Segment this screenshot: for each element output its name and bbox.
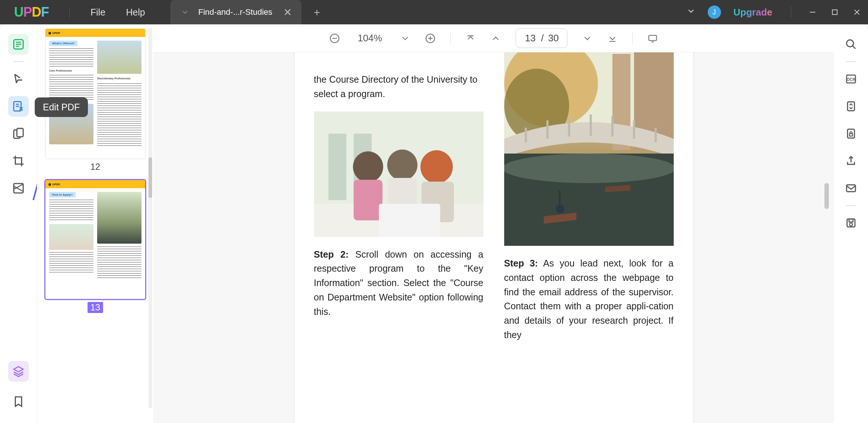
total-pages: 30 — [548, 32, 559, 44]
thumbnail-panel: ▣ UPDF What's Offered? Core Proficiencie… — [37, 24, 153, 423]
svg-point-29 — [847, 40, 854, 47]
tabs-overflow-icon[interactable] — [679, 6, 703, 18]
last-page-button[interactable] — [607, 33, 618, 44]
document-scrollbar[interactable] — [824, 58, 829, 412]
zoom-dropdown-icon[interactable] — [400, 33, 410, 44]
thumb-brand: ▣ UPDF — [48, 183, 60, 186]
divider — [846, 205, 856, 206]
svg-rect-37 — [849, 219, 853, 222]
page-thumbnail-13[interactable]: ▣ UPDF How to Apply? — [45, 180, 145, 299]
search-tool[interactable] — [841, 34, 861, 55]
window-close-button[interactable] — [846, 0, 868, 24]
doc-image-bridge — [504, 52, 674, 246]
svg-rect-34 — [850, 134, 852, 136]
save-tool[interactable] — [841, 213, 861, 233]
bookmark-tool[interactable] — [8, 391, 29, 412]
first-page-button[interactable] — [465, 33, 476, 44]
crop-tool[interactable] — [8, 151, 29, 171]
main-panel: 104% 13 / 30 the Course Directory of the… — [153, 24, 834, 423]
svg-rect-19 — [379, 204, 440, 237]
separator — [632, 32, 633, 45]
svg-rect-8 — [649, 35, 656, 40]
window-minimize-button[interactable] — [802, 0, 824, 24]
document-scroll-thumb[interactable] — [824, 183, 829, 209]
thumbnails-tool[interactable] — [8, 34, 29, 55]
thumb-page-number: 12 — [37, 162, 153, 172]
page-separator: / — [541, 32, 544, 44]
svg-point-17 — [420, 150, 453, 183]
tab-close-button[interactable]: ✕ — [281, 6, 294, 18]
next-page-button[interactable] — [582, 33, 592, 44]
view-controls: 104% 13 / 30 — [153, 24, 834, 52]
page-organize-tool[interactable] — [8, 123, 29, 144]
page-indicator[interactable]: 13 / 30 — [516, 28, 567, 48]
svg-point-15 — [387, 149, 417, 180]
share-tool[interactable] — [841, 151, 861, 171]
thumb-section-tag: How to Apply? — [49, 192, 76, 197]
zoom-in-button[interactable] — [425, 33, 435, 44]
doc-step-3: Step 3: As you lead next, look for a con… — [504, 256, 674, 342]
right-toolbar: OCR — [834, 24, 868, 423]
pdf-page: the Course Directory of the University t… — [295, 52, 693, 423]
svg-point-13 — [353, 151, 383, 182]
thumbnail-scrollbar[interactable] — [148, 28, 152, 408]
tab-dropdown-icon[interactable] — [181, 8, 189, 17]
zoom-out-button[interactable] — [329, 33, 340, 44]
ocr-tool[interactable]: OCR — [841, 69, 861, 89]
thumb-section-tag: What's Offered? — [49, 41, 78, 46]
thumb-page-number-current: 13 — [88, 302, 103, 313]
workspace: Edit PDF ▣ UPDF — [0, 24, 868, 423]
separator — [450, 32, 451, 45]
new-tab-button[interactable]: ＋ — [301, 5, 332, 19]
email-tool[interactable] — [841, 178, 861, 199]
comment-tool[interactable] — [8, 69, 29, 89]
redact-tool[interactable] — [8, 178, 29, 199]
document-viewport[interactable]: the Course Directory of the University t… — [153, 52, 834, 423]
app-logo: UPDF — [0, 4, 59, 20]
svg-rect-28 — [559, 190, 560, 209]
title-bar: UPDF File Help Find-and-...r-Studies ✕ ＋… — [0, 0, 868, 24]
prev-page-button[interactable] — [491, 33, 501, 44]
thumb-brand: ▣ UPDF — [48, 31, 60, 35]
separator — [791, 7, 791, 18]
protect-tool[interactable] — [841, 123, 861, 144]
document-tab[interactable]: Find-and-...r-Studies ✕ — [170, 0, 302, 24]
divider — [846, 61, 856, 62]
svg-point-26 — [504, 154, 674, 183]
svg-point-38 — [850, 223, 852, 226]
thumbnail-scroll-thumb[interactable] — [148, 157, 152, 198]
menu-file[interactable]: File — [80, 7, 116, 18]
left-toolbar: Edit PDF — [0, 24, 37, 423]
current-page-input[interactable]: 13 — [524, 32, 537, 44]
edit-pdf-tool[interactable]: Edit PDF — [8, 96, 29, 117]
doc-image-students — [314, 111, 483, 237]
divider — [13, 61, 24, 62]
window-maximize-button[interactable] — [824, 0, 846, 24]
presentation-mode-button[interactable] — [647, 33, 658, 44]
zoom-value: 104% — [355, 32, 385, 44]
doc-paragraph: the Course Directory of the University t… — [314, 72, 483, 101]
separator — [69, 7, 70, 18]
user-avatar[interactable]: J — [708, 6, 721, 19]
svg-rect-0 — [833, 10, 837, 15]
upgrade-button[interactable]: Upgrade — [725, 7, 780, 18]
svg-rect-4 — [17, 128, 23, 137]
page-thumbnail-12[interactable]: ▣ UPDF What's Offered? Core Proficiencie… — [45, 29, 145, 159]
layers-tool[interactable] — [8, 361, 29, 382]
edit-pdf-tooltip: Edit PDF — [35, 97, 88, 117]
svg-rect-35 — [847, 185, 855, 192]
convert-tool[interactable] — [841, 96, 861, 117]
svg-rect-14 — [353, 180, 382, 220]
svg-text:OCR: OCR — [847, 77, 855, 82]
tab-title: Find-and-...r-Studies — [198, 7, 273, 17]
svg-rect-11 — [328, 134, 346, 200]
menu-help[interactable]: Help — [116, 7, 155, 18]
doc-step-2: Step 2: Scroll down on accessing a respe… — [314, 247, 483, 319]
